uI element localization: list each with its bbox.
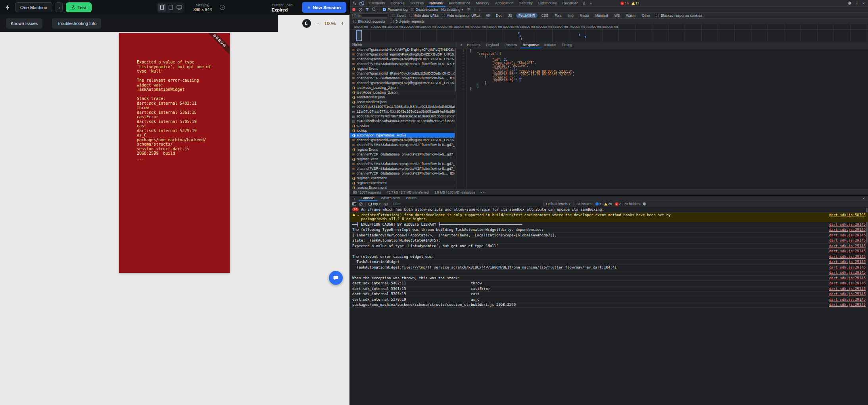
device-toolbar-icon[interactable] [359,0,365,6]
live-expression-eye-icon[interactable] [384,203,388,205]
request-type-chip[interactable]: Fetch/XHR [516,13,538,18]
network-request-row[interactable]: registerEvent [350,66,457,71]
blocked-response-cookies-checkbox[interactable]: Blocked response cookies [656,13,702,17]
console-message[interactable]: The following TypeErrorImpl was thrown b… [350,227,868,233]
console-tab[interactable]: What's New [378,196,403,201]
request-list-header[interactable]: Name [350,42,457,47]
execution-context-dropdown[interactable]: top ▾ [369,202,381,206]
code-brackets-icon[interactable]: <> [481,191,485,194]
network-request-row[interactable]: channel?gsessionid=egrm6yFsAjdhyg0oEwZEX… [350,138,457,142]
network-request-row[interactable]: channel?VER=8&database=projects%2Fflutte… [350,142,457,147]
console-message[interactable]: dart_sdk.js:29145 [350,270,868,276]
source-location-link[interactable]: dart_sdk.js:29145 [824,281,866,286]
console-message[interactable]: dart:sdk_internal 5279:19 as_C dart_sdk.… [350,297,868,303]
network-request-row[interactable]: channel?VER=8&database=projects%2Fflutte… [350,152,457,157]
devtools-tab[interactable]: Recorder [560,0,580,7]
network-request-row[interactable]: registerExperiment [350,180,457,185]
expand-caret-icon[interactable]: ▸ [357,213,359,218]
known-issues-button[interactable]: Known Issues [6,18,42,29]
network-request-row[interactable]: channel?VER=8&database=projects%2Fflutte… [350,76,457,81]
source-location-link[interactable]: dart_sdk.js:29145 [824,238,866,243]
console-filter-input[interactable] [391,202,543,206]
console-message[interactable]: dart:sdk_internal 5402:11 throw_ dart_sd… [350,281,868,286]
network-request-row[interactable]: channel?gsessionid=egrm6yFsAjdhyg0oEwZEX… [350,57,457,61]
devtools-tab[interactable]: Application [493,0,516,7]
export-har-icon[interactable]: ↓ [479,8,481,12]
chat-launcher-button[interactable] [329,271,343,285]
devtools-tab[interactable]: Network [427,0,446,7]
network-request-row[interactable]: FontManifest.json [350,95,457,100]
scrollbar-thumb[interactable] [455,48,456,92]
devtools-tab[interactable]: Elements [367,0,388,7]
search-icon[interactable] [372,8,376,12]
console-message[interactable]: TaskAutomationWidget: file:///tmp/ff_ser… [350,265,868,271]
request-type-chip[interactable]: WS [612,13,622,18]
console-message[interactable]: ══╡ EXCEPTION CAUGHT BY WIDGETS LIBRARY … [350,222,868,228]
request-type-chip[interactable]: All [484,13,492,18]
network-request-row[interactable]: channel?gsessionid=egrm6yFsAjdhyg0oEwZEX… [350,52,457,57]
console-message[interactable]: dart:sdk_internal 5705:19 cast dart_sdk.… [350,292,868,297]
console-message[interactable]: TaskAutomationWidget dart_sdk.js:29145 [350,259,868,265]
request-type-chip[interactable]: Manifest [593,13,611,18]
request-type-chip[interactable]: JS [506,13,515,18]
network-request-row[interactable]: 9790f3cb8344007f1c11f3085a3bd88f4ca9032b… [350,104,457,109]
project-selector-button[interactable]: One Machina [15,2,52,12]
more-tabs-button[interactable]: » [588,1,593,6]
detail-tab[interactable]: Payload [483,42,502,48]
network-request-row[interactable]: channel?gsessionid=IPstre40yyJjKod2U2l2u… [350,71,457,76]
source-location-link[interactable]: dart_sdk.js:29145 [824,249,866,253]
test-mode-button[interactable]: Test [66,2,92,12]
source-location-link[interactable]: dart_sdk.js:29145 [824,292,866,296]
clear-console-icon[interactable] [359,202,363,206]
request-type-chip[interactable]: Media [577,13,591,18]
console-message[interactable]: ▸ registerExtension() from dart:develope… [350,213,868,222]
source-location-link[interactable]: dart_sdk.js:29145 [824,233,866,238]
network-request-row[interactable]: registerExperiment [350,185,457,189]
network-request-row[interactable]: channel?VER=8&database=projects%2Fflutte… [350,61,457,66]
network-request-row[interactable]: testMode_Loading_2.json [350,90,457,95]
devtools-tab[interactable]: Memory [474,0,492,7]
response-body[interactable]: { "resource": [ { "id": 2, "type_name": … [467,48,868,189]
network-request-row[interactable]: channel?VER=8&database=projects%2Fflutte… [350,166,457,171]
import-har-icon[interactable]: ↑ [474,8,476,12]
filter-funnel-icon[interactable] [365,8,369,12]
hide-extension-urls-checkbox[interactable]: Hide extension URLs [442,13,480,17]
request-type-chip[interactable]: Font [552,13,564,18]
network-request-row[interactable]: AssetManifest.json [350,100,457,104]
source-location-link[interactable]: dart_sdk.js:29145 [824,244,866,248]
console-message[interactable]: [_InheritedProviderScope<FFAppState?>, _… [350,233,868,238]
clear-network-log-icon[interactable] [359,8,362,12]
invert-checkbox[interactable]: Invert [392,13,406,17]
detail-tab[interactable]: Timing [559,42,575,48]
third-party-requests-checkbox[interactable]: 3rd-party requests [391,19,424,23]
desktop-frame-button[interactable] [175,4,183,12]
network-overview-timeline[interactable]: 50000 ms100000 ms150000 ms200000 ms25000… [350,24,868,42]
info-icon[interactable]: i [220,5,225,10]
kebab-menu-icon[interactable]: ⋮ [855,1,859,6]
close-devtools-icon[interactable]: × [862,1,865,6]
file-link[interactable]: file:///tmp/ff_service_scratch/kB1BCxf4P… [402,265,617,270]
zoom-out-button[interactable]: − [315,20,321,26]
drawer-menu-icon[interactable]: ⋮ [351,196,358,200]
timeline-selection[interactable] [356,30,362,41]
log-levels-dropdown[interactable]: Default levels ▾ [546,202,570,206]
source-location-link[interactable]: dart_sdk.js:29145 [824,303,866,307]
throttling-dropdown[interactable]: No throttling▾ [441,8,463,12]
issue-badges[interactable]: ×16 11 [620,1,639,5]
detail-tab[interactable]: Preview [502,42,520,48]
issues-label[interactable]: 23 Issues: [576,202,593,206]
network-request-row[interactable]: registerEvent [350,157,457,161]
network-request-row[interactable]: lookup [350,128,457,133]
console-message[interactable]: dart_sdk.js:29145 [350,249,868,254]
close-drawer-icon[interactable]: × [862,196,865,201]
console-message[interactable]: dart:sdk_internal 5361:15 castError dart… [350,286,868,292]
chevron-right-button[interactable]: › [56,2,63,12]
request-type-chip[interactable]: Img [565,13,576,18]
console-tab[interactable]: Issues [403,196,419,201]
app-logo-icon[interactable] [3,3,12,12]
phone-frame-button[interactable] [158,4,166,12]
network-request-row[interactable]: registerEvent [350,147,457,152]
source-location-link[interactable]: dart_sdk.js:50705 [824,213,866,217]
detail-tab[interactable]: Headers [464,42,483,48]
request-type-chip[interactable]: Wasm [624,13,638,18]
